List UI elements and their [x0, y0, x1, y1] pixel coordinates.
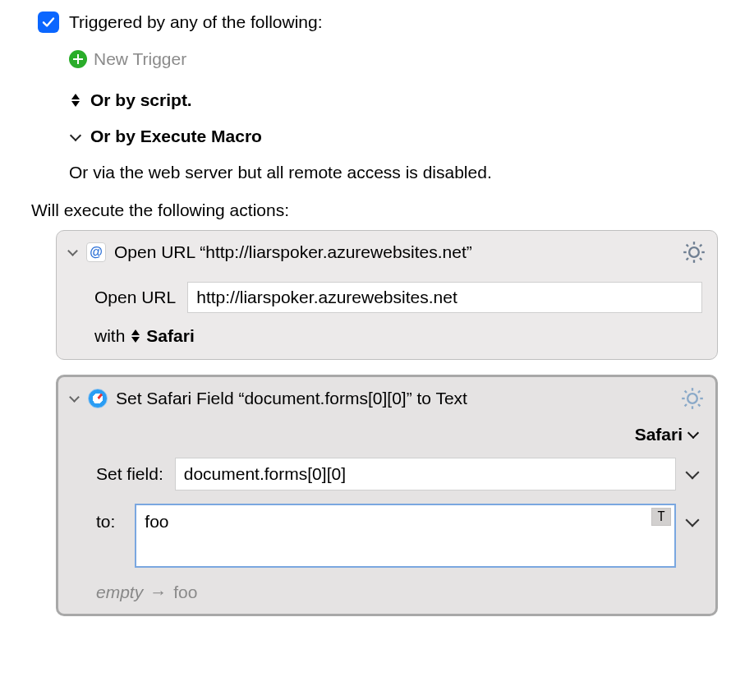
- arrow-right-icon: →: [149, 583, 167, 602]
- check-icon: [41, 15, 56, 30]
- token-insert-button[interactable]: T: [651, 508, 671, 526]
- or-by-execute-macro-label: Or by Execute Macro: [90, 127, 262, 146]
- action-set-safari-field-title: Set Safari Field “document.forms[0][0]” …: [116, 389, 467, 408]
- action-set-safari-field-header: Set Safari Field “document.forms[0][0]” …: [58, 377, 715, 420]
- browser-selector-dropdown[interactable]: Safari: [635, 425, 697, 444]
- result-prev-value: empty: [96, 583, 143, 602]
- disclosure-toggle[interactable]: [67, 246, 78, 258]
- action-gear-button[interactable]: [681, 387, 704, 410]
- safari-app-icon: [88, 389, 108, 408]
- disclosure-toggle[interactable]: [68, 393, 80, 404]
- updown-arrows-icon: [69, 92, 82, 108]
- new-trigger-label: New Trigger: [94, 49, 186, 69]
- chevron-down-icon: [687, 427, 699, 439]
- gear-icon: [681, 387, 704, 410]
- browser-selector-row: Safari: [58, 420, 715, 451]
- trigger-enabled-checkbox[interactable]: [38, 12, 59, 33]
- to-value-textarea[interactable]: [135, 504, 676, 568]
- actions-section-label: Will execute the following actions:: [31, 200, 723, 220]
- svg-line-16: [685, 404, 687, 406]
- action-open-url-header: @ Open URL “http://liarspoker.azurewebsi…: [57, 231, 717, 274]
- set-field-label: Set field:: [96, 464, 163, 484]
- or-by-execute-macro-row[interactable]: Or by Execute Macro: [69, 127, 723, 146]
- svg-line-6: [700, 258, 701, 260]
- or-by-script-row[interactable]: Or by script.: [69, 90, 723, 110]
- open-url-input[interactable]: [187, 282, 702, 313]
- new-trigger-button[interactable]: New Trigger: [69, 49, 723, 69]
- action-open-url-title: Open URL “http://liarspoker.azurewebsite…: [114, 242, 472, 262]
- action-open-url-card[interactable]: @ Open URL “http://liarspoker.azurewebsi…: [56, 230, 718, 360]
- or-by-script-label: Or by script.: [90, 90, 192, 110]
- svg-line-7: [687, 258, 688, 260]
- svg-line-14: [685, 391, 687, 393]
- chevron-down-icon[interactable]: [686, 513, 700, 527]
- action-set-safari-field-card[interactable]: Set Safari Field “document.forms[0][0]” …: [56, 375, 718, 616]
- action-gear-button[interactable]: [683, 241, 706, 264]
- plus-circle-icon: [69, 50, 87, 68]
- set-field-path-input[interactable]: [175, 458, 676, 490]
- svg-point-0: [689, 247, 699, 257]
- chevron-down-icon[interactable]: [686, 466, 700, 480]
- open-url-browser-select[interactable]: Safari: [146, 326, 194, 346]
- result-new-value: foo: [173, 583, 197, 602]
- updown-arrows-icon[interactable]: [131, 329, 140, 343]
- svg-line-15: [698, 404, 700, 406]
- result-preview-row: empty → foo: [58, 568, 715, 614]
- to-label: to:: [96, 504, 115, 532]
- svg-line-8: [700, 245, 701, 246]
- open-url-field-label: Open URL: [94, 288, 176, 307]
- chevron-down-icon: [69, 128, 82, 145]
- macro-editor-panel: Triggered by any of the following: New T…: [0, 0, 731, 656]
- svg-point-9: [687, 394, 697, 403]
- trigger-header-row: Triggered by any of the following:: [38, 12, 723, 33]
- gear-icon: [683, 241, 706, 264]
- with-label: with: [94, 326, 125, 346]
- web-server-note: Or via the web server but all remote acc…: [69, 163, 723, 182]
- url-app-icon: @: [86, 242, 106, 262]
- browser-selector-label: Safari: [635, 425, 683, 444]
- svg-line-5: [687, 245, 688, 246]
- trigger-header-label: Triggered by any of the following:: [69, 12, 323, 32]
- action-open-url-body: Open URL with Safari: [57, 274, 717, 359]
- svg-line-17: [698, 391, 700, 393]
